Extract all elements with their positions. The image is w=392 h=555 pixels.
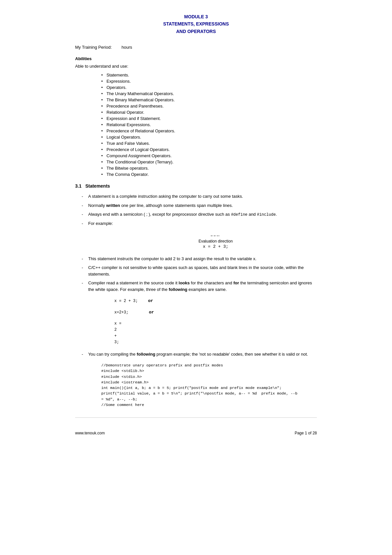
- code-line: //Demonstrate unary operators prefix and…: [101, 362, 317, 368]
- list-item: The Bitwise operators.: [101, 166, 317, 171]
- code-example-2: x=2+3; or: [114, 309, 317, 316]
- code-line: = %d", a--, --b;: [101, 396, 317, 402]
- section-number: 3.1: [75, 183, 81, 189]
- training-period: My Training Period: hours: [75, 45, 317, 50]
- list-item: A statement is a complete instruction as…: [82, 193, 317, 200]
- list-item: C/C++ compiler is not sensitive to white…: [82, 264, 317, 277]
- header-line3: AND OPERATORS: [75, 28, 317, 35]
- eval-arrows: ←←←: [114, 233, 317, 238]
- list-item: Compound Assignment Operators.: [101, 153, 317, 158]
- list-item: You can try compiling the following prog…: [82, 351, 317, 358]
- list-item: Statements.: [101, 73, 317, 77]
- code-line: #include <iostream.h>: [101, 379, 317, 385]
- list-item: Always end with a semicolon ( ; ), excep…: [82, 211, 317, 218]
- list-item: Precedence and Parentheses.: [101, 104, 317, 109]
- after-eval-list: This statement instructs the computer to…: [82, 256, 317, 293]
- code-line: int main(){int a, b; a = b = 5; printf("…: [101, 385, 317, 391]
- code-example-1: x = 2 + 3; or: [114, 298, 317, 305]
- footer-page-info: Page 1 of 28: [295, 431, 317, 435]
- list-item: The Conditional Operator (Ternary).: [101, 160, 317, 164]
- header-line2: STATEMENTS, EXPRESSIONS: [75, 20, 317, 27]
- code-block: //Demonstrate unary operators prefix and…: [101, 362, 317, 408]
- footer-website: www.tenouk.com: [75, 431, 105, 435]
- list-item: True and False Values.: [101, 141, 317, 146]
- statements-list: A statement is a complete instruction as…: [82, 193, 317, 227]
- code-example-3: x = 2 + 3;: [114, 321, 317, 346]
- list-item: Precedence of Relational Operators.: [101, 128, 317, 133]
- eval-code: x = 2 + 3;: [114, 244, 317, 249]
- training-value: hours: [122, 45, 132, 50]
- list-item: Expressions.: [101, 79, 317, 84]
- training-label: My Training Period:: [75, 45, 112, 50]
- compile-list: You can try compiling the following prog…: [82, 351, 317, 358]
- list-item: Normally written one per line, although …: [82, 202, 317, 209]
- code-line: //Some comment here: [101, 402, 317, 408]
- code-line: #include <stdio.h>: [101, 374, 317, 379]
- eval-label: Evaluation direction: [114, 239, 317, 244]
- list-item: For example:: [82, 220, 317, 227]
- list-item: Expression and if Statement.: [101, 116, 317, 121]
- page-footer: www.tenouk.com Page 1 of 28: [75, 431, 317, 435]
- abilities-heading: Abilities: [75, 56, 317, 61]
- section31-heading: 3.1 3.1 StatementsStatements: [75, 183, 317, 189]
- list-item: Operators.: [101, 85, 317, 90]
- list-item: Precedence of Logical Operators.: [101, 147, 317, 152]
- list-item: Compiler read a statement in the source …: [82, 280, 317, 293]
- eval-diagram: ←←← Evaluation direction x = 2 + 3;: [114, 233, 317, 249]
- list-item: The Comma Operator.: [101, 172, 317, 177]
- page-divider: [75, 417, 317, 418]
- list-item: Relational Expressions.: [101, 122, 317, 127]
- header-line1: MODULE 3: [75, 13, 317, 20]
- list-item: Logical Operators.: [101, 135, 317, 140]
- page-header: MODULE 3 STATEMENTS, EXPRESSIONS AND OPE…: [75, 13, 317, 35]
- abilities-intro: Able to understand and use:: [75, 64, 317, 69]
- code-line: #include <stdlib.h>: [101, 368, 317, 374]
- list-item: Relational Operator.: [101, 110, 317, 115]
- list-item: The Unary Mathematical Operators.: [101, 91, 317, 96]
- list-item: The Binary Mathematical Operators.: [101, 97, 317, 102]
- code-examples: x = 2 + 3; or x=2+3; or x = 2 + 3;: [114, 298, 317, 345]
- code-line: printf("initial value, a = b = 5\n"; pri…: [101, 391, 317, 396]
- abilities-list: Statements. Expressions. Operators. The …: [101, 73, 317, 177]
- list-item: This statement instructs the computer to…: [82, 256, 317, 262]
